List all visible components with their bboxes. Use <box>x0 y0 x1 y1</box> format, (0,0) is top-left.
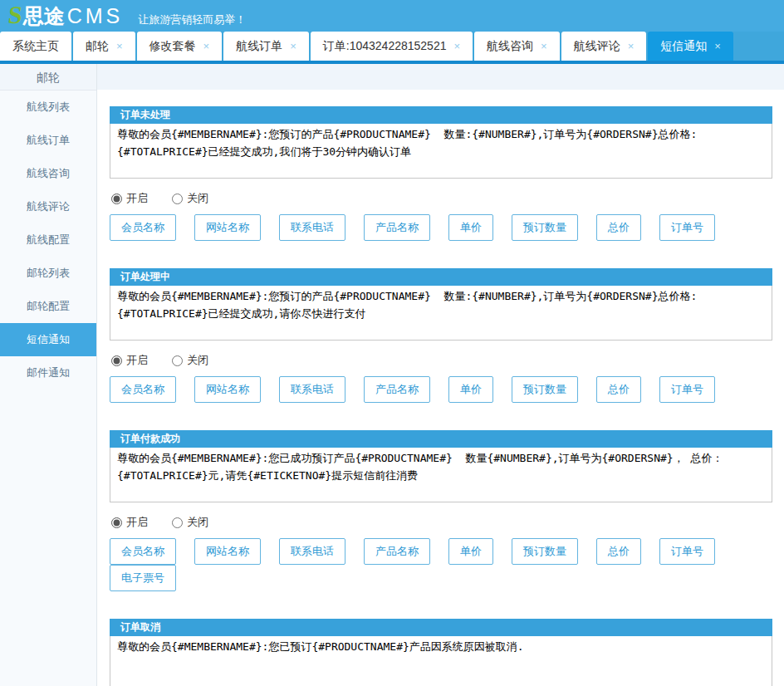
sidebar-item[interactable]: 短信通知 <box>0 323 96 356</box>
tab[interactable]: 邮轮 × <box>73 32 135 61</box>
tab[interactable]: 修改套餐 × <box>137 32 223 61</box>
tab-label: 邮轮 <box>86 39 109 54</box>
insert-field-button[interactable]: 预订数量 <box>512 214 578 241</box>
radio-off-label: 关闭 <box>187 515 208 530</box>
insert-field-button[interactable]: 总价 <box>596 538 641 565</box>
tab-close-icon[interactable]: × <box>116 40 123 52</box>
tab-label: 系统主页 <box>12 39 59 54</box>
sidebar-title: 邮轮 <box>0 64 96 91</box>
radio-on-option[interactable]: 开启 <box>111 353 148 368</box>
app-logo: S 思途 CMS <box>8 2 123 30</box>
insert-field-button[interactable]: 订单号 <box>659 214 715 241</box>
app-header: S 思途 CMS 让旅游营销轻而易举！ <box>0 0 784 32</box>
sidebar-menu: 航线列表航线订单航线咨询航线评论航线配置邮轮列表邮轮配置短信通知邮件通知 <box>0 91 96 390</box>
section-title: 订单未处理 <box>110 106 772 124</box>
radio-on-input[interactable] <box>111 355 122 366</box>
sidebar: 邮轮 航线列表航线订单航线咨询航线评论航线配置邮轮列表邮轮配置短信通知邮件通知 <box>0 64 97 686</box>
sidebar-item[interactable]: 航线咨询 <box>0 157 96 190</box>
radio-off-option[interactable]: 关闭 <box>172 191 208 206</box>
tab[interactable]: 航线评论 × <box>561 32 647 61</box>
tab-close-icon[interactable]: × <box>714 40 721 52</box>
insert-field-button[interactable]: 联系电话 <box>279 376 345 403</box>
tab-close-icon[interactable]: × <box>541 40 547 52</box>
tab[interactable]: 订单:104324228152521 × <box>311 32 473 61</box>
insert-field-button[interactable]: 总价 <box>596 214 641 241</box>
insert-field-button[interactable]: 预订数量 <box>512 538 578 565</box>
insert-field-button[interactable]: 单价 <box>448 376 493 403</box>
insert-field-button[interactable]: 会员名称 <box>110 376 176 403</box>
insert-field-button[interactable]: 产品名称 <box>364 538 430 565</box>
radio-on-input[interactable] <box>111 517 122 528</box>
sidebar-item[interactable]: 航线配置 <box>0 223 96 257</box>
enable-radio-group: 开启 关闭 <box>111 191 772 206</box>
insert-field-button[interactable]: 单价 <box>448 214 493 241</box>
tab-label: 航线咨询 <box>487 39 533 54</box>
insert-field-buttons: 会员名称网站名称联系电话产品名称单价预订数量总价订单号 <box>110 214 772 241</box>
section-title: 订单取消 <box>110 619 772 636</box>
radio-off-input[interactable] <box>172 194 183 204</box>
insert-field-button[interactable]: 产品名称 <box>364 376 430 403</box>
tab-label: 航线订单 <box>236 39 282 54</box>
tab-close-icon[interactable]: × <box>203 40 210 52</box>
tab[interactable]: 航线订单 × <box>223 32 309 61</box>
insert-field-button[interactable]: 电子票号 <box>110 565 176 591</box>
sidebar-item[interactable]: 邮件通知 <box>0 356 96 390</box>
radio-off-option[interactable]: 关闭 <box>172 515 208 530</box>
tab-label: 订单:104324228152521 <box>323 39 447 54</box>
sms-template-section: 订单付款成功 尊敬的会员{#MEMBERNAME#}:您已成功预订产品{#PRO… <box>110 430 772 591</box>
content-area: 订单未处理 尊敬的会员{#MEMBERNAME#}:您预订的产品{#PRODUC… <box>97 64 784 686</box>
sms-template-section: 订单取消 尊敬的会员{#MEMBERNAME#}:您已预订{#PRODUCTNA… <box>110 619 772 686</box>
insert-field-button[interactable]: 网站名称 <box>194 376 261 403</box>
brand-tagline: 让旅游营销轻而易举！ <box>138 4 246 27</box>
insert-field-button[interactable]: 产品名称 <box>364 214 430 241</box>
radio-on-input[interactable] <box>111 194 122 204</box>
tab[interactable]: 短信通知 × <box>648 32 733 61</box>
sidebar-item[interactable]: 邮轮配置 <box>0 290 96 323</box>
tab-label: 修改套餐 <box>149 39 196 54</box>
sidebar-item[interactable]: 航线评论 <box>0 190 96 223</box>
content-panel: 订单未处理 尊敬的会员{#MEMBERNAME#}:您预订的产品{#PRODUC… <box>97 90 784 686</box>
insert-field-button[interactable]: 联系电话 <box>279 214 345 241</box>
logo-brand-cn: 思途 <box>23 2 65 30</box>
insert-field-button[interactable]: 会员名称 <box>110 214 176 241</box>
open-tabs-bar: 系统主页 邮轮 × 修改套餐 × 航线订单 × 订单:1043242281525… <box>0 32 784 61</box>
radio-off-input[interactable] <box>172 355 183 366</box>
tab-close-icon[interactable]: × <box>453 40 460 52</box>
radio-on-option[interactable]: 开启 <box>111 191 148 206</box>
insert-field-button[interactable]: 单价 <box>448 538 493 565</box>
radio-on-label: 开启 <box>126 515 148 530</box>
radio-on-label: 开启 <box>126 191 148 206</box>
tab-label: 航线评论 <box>574 39 620 54</box>
tab-close-icon[interactable]: × <box>628 40 635 52</box>
section-title: 订单处理中 <box>110 268 772 286</box>
insert-field-button[interactable]: 会员名称 <box>110 538 176 565</box>
template-textarea[interactable]: 尊敬的会员{#MEMBERNAME#}:您预订的产品{#PRODUCTNAME#… <box>110 286 772 341</box>
insert-field-button[interactable]: 网站名称 <box>194 214 261 241</box>
sidebar-item[interactable]: 航线订单 <box>0 124 96 157</box>
enable-radio-group: 开启 关闭 <box>111 515 772 530</box>
insert-field-buttons: 会员名称网站名称联系电话产品名称单价预订数量总价订单号电子票号 <box>110 538 772 591</box>
radio-off-label: 关闭 <box>187 353 208 368</box>
tab-label: 短信通知 <box>660 39 707 54</box>
logo-s-icon: S <box>7 2 23 27</box>
template-textarea[interactable]: 尊敬的会员{#MEMBERNAME#}:您已预订{#PRODUCTNAME#}产… <box>110 636 772 686</box>
radio-off-option[interactable]: 关闭 <box>172 353 208 368</box>
radio-on-option[interactable]: 开启 <box>111 515 148 530</box>
sms-template-section: 订单处理中 尊敬的会员{#MEMBERNAME#}:您预订的产品{#PRODUC… <box>110 268 772 403</box>
tab[interactable]: 航线咨询 × <box>474 32 560 61</box>
template-textarea[interactable]: 尊敬的会员{#MEMBERNAME#}:您已成功预订产品{#PRODUCTNAM… <box>110 448 772 502</box>
template-textarea[interactable]: 尊敬的会员{#MEMBERNAME#}:您预订的产品{#PRODUCTNAME#… <box>110 124 772 179</box>
sidebar-item[interactable]: 邮轮列表 <box>0 257 96 290</box>
logo-brand-en: CMS <box>67 4 124 28</box>
insert-field-button[interactable]: 订单号 <box>659 376 715 403</box>
insert-field-button[interactable]: 预订数量 <box>512 376 578 403</box>
tab-close-icon[interactable]: × <box>290 40 296 52</box>
main-area: 邮轮 航线列表航线订单航线咨询航线评论航线配置邮轮列表邮轮配置短信通知邮件通知 … <box>0 64 784 686</box>
insert-field-button[interactable]: 订单号 <box>659 538 715 565</box>
sidebar-item[interactable]: 航线列表 <box>0 91 96 124</box>
insert-field-button[interactable]: 网站名称 <box>194 538 261 565</box>
insert-field-button[interactable]: 总价 <box>596 376 641 403</box>
tab[interactable]: 系统主页 <box>0 32 71 61</box>
radio-off-input[interactable] <box>172 517 183 528</box>
insert-field-button[interactable]: 联系电话 <box>279 538 345 565</box>
